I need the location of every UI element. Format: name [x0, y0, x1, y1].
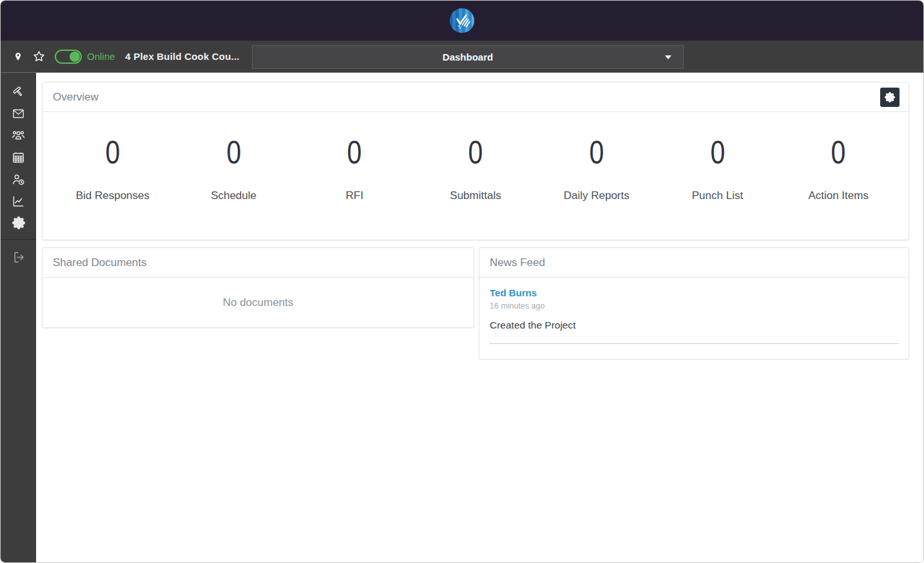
online-toggle[interactable]	[55, 50, 82, 64]
sidebar-item-logout[interactable]	[8, 246, 30, 268]
counter-rfi[interactable]: 0 RFI	[294, 112, 415, 202]
overview-card: Overview 0 Bid Responses 0 Schedule	[42, 82, 909, 240]
toggle-knob	[70, 52, 80, 62]
counter-value: 0	[226, 137, 241, 169]
overview-settings-button[interactable]	[880, 88, 900, 107]
sidebar-item-contacts[interactable]	[8, 124, 30, 146]
shared-documents-header: Shared Documents	[43, 248, 474, 278]
feed-item-text: Created the Project	[490, 320, 898, 331]
feed-item-author-link[interactable]: Ted Burns	[490, 287, 537, 298]
app-logo-icon[interactable]	[449, 8, 475, 33]
sidebar-item-projects[interactable]	[8, 81, 30, 102]
location-pin-icon[interactable]	[11, 50, 25, 64]
sidebar	[1, 73, 36, 562]
counter-label: Punch List	[657, 189, 778, 202]
view-selector-value: Dashboard	[443, 52, 493, 62]
counter-bid-responses[interactable]: 0 Bid Responses	[52, 112, 173, 202]
counter-label: Daily Reports	[536, 189, 657, 202]
counter-value: 0	[105, 137, 120, 169]
counter-value: 0	[710, 137, 725, 169]
project-name: 4 Plex Build Cook Cou...	[125, 51, 239, 62]
news-feed-card: News Feed Ted Burns 16 minutes ago Creat…	[479, 247, 909, 359]
counter-action-items[interactable]: 0 Action Items	[778, 112, 899, 202]
topbar	[1, 1, 923, 41]
counter-label: Submittals	[415, 189, 536, 202]
counter-value: 0	[831, 137, 846, 169]
counter-label: Action Items	[778, 189, 899, 202]
sidebar-item-messages[interactable]	[8, 102, 30, 124]
shared-documents-title: Shared Documents	[53, 256, 147, 269]
counter-value: 0	[347, 137, 362, 169]
main-content: Overview 0 Bid Responses 0 Schedule	[36, 73, 923, 562]
sidebar-divider	[1, 239, 36, 240]
counter-schedule[interactable]: 0 Schedule	[173, 112, 294, 202]
people-icon	[11, 128, 26, 143]
sidebar-item-calendar[interactable]	[8, 146, 30, 168]
overview-card-header: Overview	[43, 82, 909, 112]
calendar-icon	[11, 150, 26, 165]
overview-counters: 0 Bid Responses 0 Schedule 0 RFI 0 Submi…	[43, 112, 909, 202]
counter-submittals[interactable]: 0 Submittals	[415, 112, 536, 202]
counter-label: Bid Responses	[52, 189, 173, 202]
envelope-icon	[11, 106, 26, 121]
no-documents-message: No documents	[223, 296, 294, 309]
hammer-icon	[11, 84, 26, 99]
sidebar-item-reports[interactable]	[8, 190, 30, 212]
star-favorite-icon[interactable]	[32, 50, 46, 64]
counter-value: 0	[589, 137, 604, 169]
shared-documents-card: Shared Documents No documents	[42, 247, 474, 328]
view-selector-dropdown[interactable]: Dashboard	[252, 45, 684, 69]
sidebar-item-settings[interactable]	[8, 212, 30, 234]
feed-item-timestamp: 16 minutes ago	[490, 301, 898, 310]
logout-icon	[11, 250, 26, 265]
chart-icon	[11, 194, 26, 209]
gear-icon	[885, 92, 895, 102]
gear-icon	[12, 216, 25, 229]
counter-daily-reports[interactable]: 0 Daily Reports	[536, 112, 657, 202]
overview-title: Overview	[53, 91, 99, 104]
sidebar-item-time-clock[interactable]	[8, 168, 30, 190]
news-feed-body: Ted Burns 16 minutes ago Created the Pro…	[479, 278, 909, 344]
app-window: Online 4 Plex Build Cook Cou... Dashboar…	[0, 0, 924, 563]
feed-item-divider	[490, 343, 898, 344]
online-status-label: Online	[87, 51, 115, 62]
counter-label: Schedule	[173, 189, 294, 202]
counter-label: RFI	[294, 189, 415, 202]
news-feed-title: News Feed	[490, 256, 545, 269]
news-feed-header: News Feed	[479, 248, 909, 278]
person-clock-icon	[11, 172, 26, 187]
counter-punch-list[interactable]: 0 Punch List	[657, 112, 778, 202]
counter-value: 0	[468, 137, 483, 169]
shared-documents-body: No documents	[43, 278, 474, 327]
chevron-down-icon	[665, 55, 671, 59]
project-bar: Online 4 Plex Build Cook Cou... Dashboar…	[1, 41, 923, 73]
